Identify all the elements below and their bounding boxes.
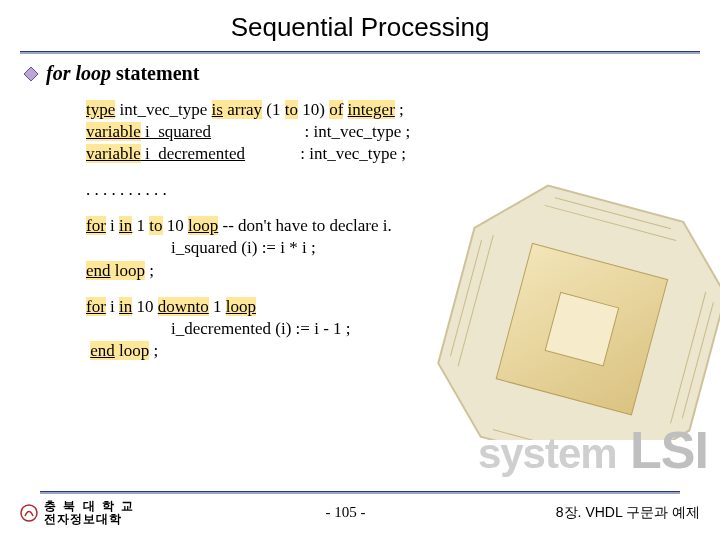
loop1: for i in 1 to 10 loop -- don't have to d… [86, 215, 696, 281]
footer: 충 북 대 학 교 전자정보대학 - 105 - 8장. VHDL 구문과 예제 [20, 491, 700, 526]
chapter-label: 8장. VHDL 구문과 예제 [556, 504, 700, 522]
code-area: type int_vec_type is array (1 to 10) of … [86, 99, 696, 362]
diamond-bullet-icon [24, 67, 38, 81]
heading-stmt: statement [111, 62, 199, 84]
watermark: system LSI [478, 420, 708, 480]
heading-loop: for loop [46, 62, 111, 84]
svg-point-11 [21, 505, 37, 521]
dots: . . . . . . . . . . [86, 179, 696, 201]
top-rule [20, 51, 700, 54]
uni-name-2: 전자정보대학 [44, 513, 135, 526]
svg-marker-10 [24, 67, 38, 81]
section-heading: for loop statement [24, 62, 696, 85]
decl-block: type int_vec_type is array (1 to 10) of … [86, 99, 696, 165]
uni-name-1: 충 북 대 학 교 [44, 500, 135, 513]
loop2: for i in 10 downto 1 loop i_decremented … [86, 296, 696, 362]
uni-logo-icon [20, 504, 38, 522]
page-number: - 105 - [326, 504, 366, 521]
uni-logo-block: 충 북 대 학 교 전자정보대학 [20, 500, 135, 526]
slide-title: Sequential Processing [0, 0, 720, 43]
bottom-rule [40, 491, 680, 494]
